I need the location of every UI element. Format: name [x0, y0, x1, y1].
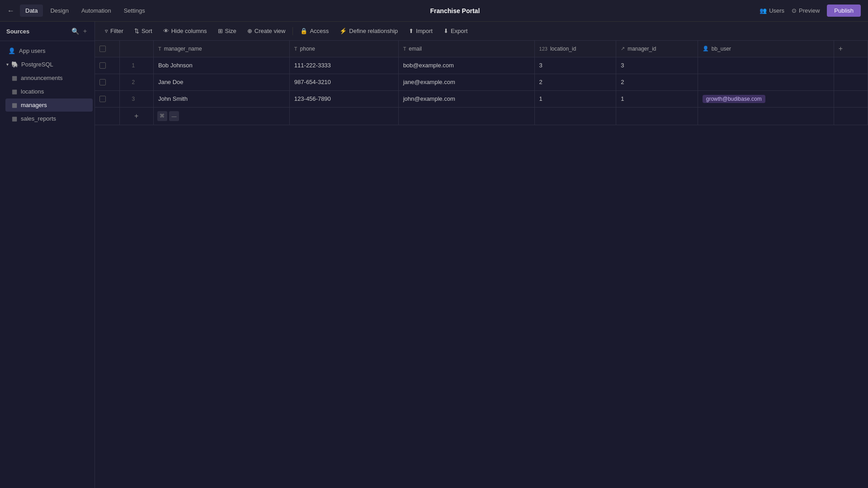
th-email[interactable]: T email [398, 41, 534, 57]
table-row: 3⤢John Smith123-456-7890john@example.com… [95, 90, 868, 107]
cell-phone[interactable]: 987-654-3210 [289, 74, 398, 90]
th-location-id[interactable]: 123 location_id [534, 41, 616, 57]
postgresql-icon: 🐘 [11, 61, 19, 68]
table-container: T manager_name T phone T [95, 41, 868, 488]
row-number: 1⤢ [119, 57, 153, 74]
table-header-row: T manager_name T phone T [95, 41, 868, 57]
hide-columns-button[interactable]: 👁 Hide columns [159, 25, 212, 37]
cell-email[interactable]: bob@example.com [398, 57, 534, 74]
data-table: T manager_name T phone T [95, 41, 868, 125]
row-checkbox[interactable] [99, 62, 106, 69]
th-bb-user[interactable]: 👤 bb_user [698, 41, 834, 57]
sidebar-section: 👤 App users ▾ 🐘 PostgreSQL ▦ announcemen… [0, 41, 94, 128]
search-button[interactable]: 🔍 [71, 27, 79, 35]
row-checkbox[interactable] [99, 79, 106, 85]
import-button[interactable]: ⬆ Import [404, 25, 437, 37]
sidebar-header: Sources 🔍 ＋ [0, 22, 94, 41]
th-phone[interactable]: T phone [289, 41, 398, 57]
link-type-icon: ↗ [621, 46, 625, 52]
locations-icon: ▦ [12, 88, 17, 95]
sales-reports-icon: ▦ [12, 115, 17, 122]
cell-email[interactable]: jane@example.com [398, 74, 534, 90]
tab-automation[interactable]: Automation [76, 5, 117, 17]
nav-tabs: Data Design Automation Settings [20, 5, 151, 17]
right-actions: 👥 Users ⊙ Preview Publish [760, 5, 861, 17]
add-row-button[interactable]: + [129, 109, 144, 123]
preview-button[interactable]: ⊙ Preview [792, 7, 820, 14]
main: Sources 🔍 ＋ 👤 App users ▾ 🐘 PostgreSQL ▦… [0, 22, 868, 488]
sidebar-actions: 🔍 ＋ [71, 27, 88, 35]
export-button[interactable]: ⬇ Export [439, 25, 472, 37]
th-add-column[interactable]: + [834, 41, 868, 57]
content-area: ▿ Filter ⇅ Sort 👁 Hide columns ⊞ Size ⊕ … [95, 22, 868, 488]
topnav: ← Data Design Automation Settings Franch… [0, 0, 868, 22]
size-icon: ⊞ [218, 28, 223, 34]
row-number: 3⤢ [119, 90, 153, 107]
announcements-icon: ▦ [12, 75, 17, 81]
filter-button[interactable]: ▿ Filter [100, 25, 128, 37]
sidebar-item-sales-reports[interactable]: ▦ sales_reports [5, 112, 93, 125]
row-number: 2⤢ [119, 74, 153, 90]
export-icon: ⬇ [443, 28, 448, 34]
app-title: Franchise Portal [151, 7, 760, 14]
select-all-checkbox[interactable] [99, 46, 106, 52]
users-button[interactable]: 👥 Users [760, 7, 784, 14]
sidebar-item-locations[interactable]: ▦ locations [5, 85, 93, 98]
row-checkbox[interactable] [99, 96, 106, 102]
cell-bb-user[interactable]: growth@budibase.com [698, 90, 834, 107]
tab-settings[interactable]: Settings [118, 5, 151, 17]
preview-icon: ⊙ [792, 7, 797, 14]
th-manager-id[interactable]: ↗ manager_id [616, 41, 698, 57]
cell-phone[interactable]: 123-456-7890 [289, 90, 398, 107]
row-action-button-2[interactable]: — [169, 111, 179, 121]
sidebar-title: Sources [6, 28, 29, 35]
access-button[interactable]: 🔒 Access [296, 25, 333, 37]
cell-manager-id[interactable]: 3 [616, 57, 698, 74]
sidebar-item-announcements[interactable]: ▦ announcements [5, 71, 93, 84]
tab-data[interactable]: Data [20, 5, 43, 17]
bb-user-badge: growth@budibase.com [703, 95, 765, 103]
cell-location-id[interactable]: 2 [534, 74, 616, 90]
num-type-icon: 123 [539, 46, 547, 52]
cell-phone[interactable]: 111-222-3333 [289, 57, 398, 74]
toolbar: ▿ Filter ⇅ Sort 👁 Hide columns ⊞ Size ⊕ … [95, 22, 868, 41]
th-manager-name[interactable]: T manager_name [153, 41, 289, 57]
hide-columns-icon: 👁 [163, 28, 169, 34]
create-view-icon: ⊕ [247, 28, 252, 34]
cell-manager-name[interactable]: Jane Doe [153, 74, 289, 90]
cell-manager-id[interactable]: 2 [616, 74, 698, 90]
text-type-icon: T [158, 46, 161, 52]
cell-bb-user[interactable] [698, 74, 834, 90]
text-type-icon-email: T [403, 46, 406, 52]
row-action-button-1[interactable]: ⌘ [157, 111, 167, 121]
sort-icon: ⇅ [134, 28, 139, 34]
cell-location-id[interactable]: 3 [534, 57, 616, 74]
add-source-button[interactable]: ＋ [82, 27, 88, 35]
cell-bb-user[interactable] [698, 57, 834, 74]
managers-icon: ▦ [12, 102, 17, 108]
sidebar-item-app-users[interactable]: 👤 App users [2, 44, 93, 57]
create-view-button[interactable]: ⊕ Create view [243, 25, 290, 37]
chevron-icon: ▾ [6, 62, 9, 67]
table-row: 2⤢Jane Doe987-654-3210jane@example.com22 [95, 74, 868, 90]
size-button[interactable]: ⊞ Size [213, 25, 241, 37]
sort-button[interactable]: ⇅ Sort [130, 25, 157, 37]
cell-manager-id[interactable]: 1 [616, 90, 698, 107]
sidebar-item-postgresql[interactable]: ▾ 🐘 PostgreSQL [0, 58, 94, 71]
tab-design[interactable]: Design [45, 5, 74, 17]
define-relationship-button[interactable]: ⚡ Define relationship [335, 25, 402, 37]
publish-button[interactable]: Publish [827, 5, 861, 17]
text-type-icon-phone: T [294, 46, 297, 52]
add-row-icons-cell: ⌘ — [153, 107, 289, 125]
cell-manager-name[interactable]: John Smith [153, 90, 289, 107]
cell-location-id[interactable]: 1 [534, 90, 616, 107]
th-row-num [119, 41, 153, 57]
cell-email[interactable]: john@example.com [398, 90, 534, 107]
back-button[interactable]: ← [7, 7, 14, 15]
user-type-icon: 👤 [703, 46, 709, 52]
cell-manager-name[interactable]: Bob Johnson [153, 57, 289, 74]
filter-icon: ▿ [105, 28, 108, 34]
sidebar-item-managers[interactable]: ▦ managers [5, 99, 93, 112]
add-column-button[interactable]: + [834, 45, 847, 53]
th-checkbox [95, 41, 119, 57]
